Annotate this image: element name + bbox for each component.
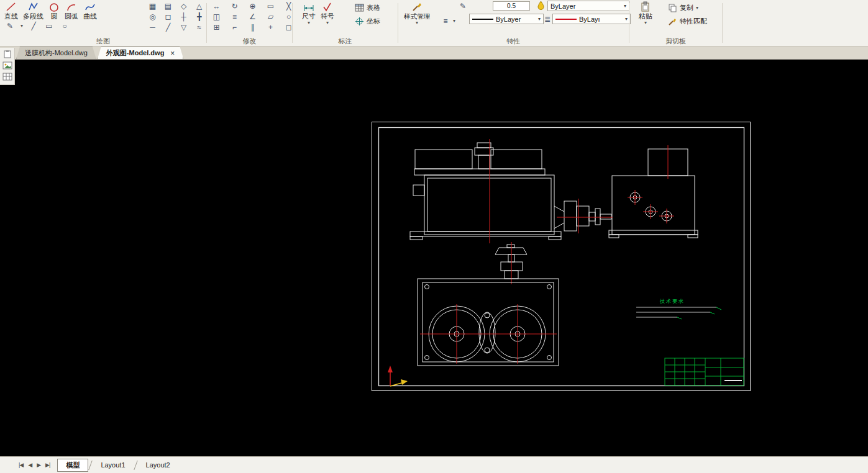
first-layout-button[interactable]: |◀ <box>16 461 25 469</box>
linecolor-sample <box>555 19 577 20</box>
construction-line-icon[interactable]: ╱ <box>29 21 39 31</box>
copy-button[interactable]: 复制 ▾ <box>668 3 698 12</box>
hatch-tool-icon[interactable]: ▦ <box>147 1 158 11</box>
dimension-dropdown-arrow[interactable]: ▾ <box>308 20 310 25</box>
rectangle-tool-icon[interactable]: ▭ <box>44 21 54 31</box>
paste-button[interactable]: 粘贴 ▾ <box>637 1 654 26</box>
linetype-select-arrow: ▾ <box>538 16 541 22</box>
move-tool-icon[interactable]: ↔ <box>211 1 222 11</box>
close-tab-icon[interactable]: × <box>170 49 175 58</box>
tab-separator <box>134 461 137 470</box>
drawing-canvas[interactable]: 技术要求 <box>0 60 868 456</box>
wedge-tool-icon[interactable]: ▽ <box>178 22 190 32</box>
arc-tool-button[interactable]: 圆弧 <box>63 1 80 21</box>
match-properties-icon <box>668 17 677 26</box>
symbol-dropdown-arrow[interactable]: ▾ <box>326 20 329 25</box>
pen-dropdown-arrow[interactable]: ▾ <box>21 24 23 29</box>
annotate-tools-row: 尺寸 ▾ 符号 ▾ <box>300 1 336 26</box>
ribbon-panel-draw: 直线 多段线 圆 圆弧 曲线 <box>0 0 206 47</box>
offset-tool-icon[interactable]: ⊕ <box>247 1 258 11</box>
table-tool-button[interactable]: 表格 <box>355 3 380 12</box>
extend-tool-icon[interactable]: ∥ <box>247 22 258 32</box>
doc-tab-waiguantu[interactable]: 外观图-Model.dwg × <box>98 47 184 59</box>
front-view-geometry <box>410 143 561 240</box>
line-tool-button[interactable]: 直线 <box>2 1 20 21</box>
annotate-panel-label: 标注 <box>293 37 398 46</box>
divide-tool-icon[interactable]: ┼ <box>178 12 190 22</box>
scale-tool-icon[interactable]: ▱ <box>265 12 276 22</box>
wave-tool-icon[interactable]: ≈ <box>193 22 205 32</box>
dimension-tool-button[interactable]: 尺寸 ▾ <box>300 1 318 26</box>
chamfer-tool-icon[interactable]: ∠ <box>247 12 258 22</box>
color-select[interactable]: ByLayer ▾ <box>547 1 629 11</box>
stretch-tool-icon[interactable]: ▭ <box>265 1 276 11</box>
style-manager-button[interactable]: 样式管理 ▾ <box>402 1 432 26</box>
point-tool-icon[interactable]: ○ <box>60 21 70 31</box>
ribbon-panel-properties: 样式管理 ▾ ≡ ▾ ✎ 0.5 ByLayer ▾ ByLayer ▾ ≣ <box>398 0 629 47</box>
linecolor-select[interactable]: ByLayı ▾ <box>552 14 631 24</box>
doc-tab-songmo[interactable]: 送膜机构-Model.dwg <box>16 47 96 59</box>
doc-tab-waiguantu-label: 外观图-Model.dwg <box>106 48 165 58</box>
xline-tool-icon[interactable]: ╱ <box>162 22 174 32</box>
array-tool-icon[interactable]: ≡ <box>229 12 240 22</box>
trim-tool-icon[interactable]: ⊞ <box>211 22 222 32</box>
layout-tabs: 模型 Layout1 Layout2 <box>57 459 178 471</box>
drawing-svg: 技术要求 <box>0 60 868 456</box>
palette-clipboard-icon[interactable] <box>2 50 13 59</box>
coordinate-tool-button[interactable]: 坐标 <box>355 17 380 26</box>
lineweight-pen-icon[interactable]: ✎ <box>458 1 468 11</box>
document-tab-bar: 送膜机构-Model.dwg 外观图-Model.dwg × <box>0 47 868 60</box>
copy-dropdown-arrow: ▾ <box>696 6 698 11</box>
style-manager-dropdown-arrow[interactable]: ▾ <box>416 20 418 25</box>
symbol-tool-button[interactable]: 符号 ▾ <box>319 1 336 26</box>
side-toolbar <box>0 48 15 85</box>
tab-model[interactable]: 模型 <box>57 459 88 472</box>
tech-requirements-ticks <box>677 307 721 319</box>
dimension-icon <box>303 1 314 12</box>
break-tool-icon[interactable]: ⌐ <box>229 22 240 32</box>
tech-requirements-text: 技术要求 <box>659 299 685 304</box>
paste-dropdown-arrow[interactable]: ▾ <box>644 20 647 25</box>
copy-label: 复制 <box>680 3 693 12</box>
last-layout-button[interactable]: ▶| <box>43 461 52 469</box>
polyline-icon <box>28 1 39 12</box>
ribbon-panel-clipboard: 粘贴 ▾ 复制 ▾ 特性匹配 剪切板 <box>629 0 722 47</box>
status-bar: |◀ ◀ ▶ ▶| 模型 Layout1 Layout2 <box>0 456 868 473</box>
layer-list-button[interactable]: ≡ ▾ <box>441 16 455 26</box>
ray-tool-icon[interactable]: ─ <box>147 22 158 32</box>
paste-icon <box>640 1 651 12</box>
region-tool-icon[interactable]: ▤ <box>162 1 174 11</box>
color-droplet-icon <box>536 1 546 10</box>
match-properties-button[interactable]: 特性匹配 <box>668 17 707 26</box>
polygon-tool-icon[interactable]: ◇ <box>178 1 190 11</box>
palette-grid-icon[interactable] <box>2 72 13 81</box>
tab-layout1[interactable]: Layout1 <box>93 460 133 470</box>
sketch-pen-icon[interactable]: ✎ <box>5 21 15 31</box>
block-tool-icon[interactable]: ◻ <box>162 12 174 22</box>
next-layout-button[interactable]: ▶ <box>34 461 43 469</box>
mirror-tool-icon[interactable]: ◫ <box>211 12 222 22</box>
line-icon <box>6 1 17 12</box>
ucs-icon <box>388 366 408 386</box>
donut-tool-icon[interactable]: ◎ <box>147 12 158 22</box>
linecolor-select-arrow: ▾ <box>625 16 628 22</box>
prev-layout-button[interactable]: ◀ <box>25 461 34 469</box>
circle-tool-button[interactable]: 圆 <box>47 1 62 21</box>
linetype-select[interactable]: ByLayer ▾ <box>469 14 544 24</box>
match-properties-label: 特性匹配 <box>680 17 707 26</box>
style-manager-row: 样式管理 ▾ <box>402 1 432 26</box>
tab-layout2[interactable]: Layout2 <box>138 460 178 470</box>
spline-tool-button[interactable]: 曲线 <box>81 1 99 21</box>
triangle-tool-icon[interactable]: △ <box>193 1 205 11</box>
style-manager-icon <box>411 1 423 12</box>
paste-row: 粘贴 ▾ <box>637 1 654 26</box>
grid-tool-icon[interactable]: ╋ <box>193 12 205 22</box>
polyline-tool-button[interactable]: 多段线 <box>21 1 45 21</box>
hamburger-icon: ≡ <box>441 16 450 26</box>
linetype-sample <box>472 19 493 20</box>
join-tool-icon[interactable]: + <box>265 22 276 32</box>
rotate-tool-icon[interactable]: ↻ <box>229 1 240 11</box>
palette-image-icon[interactable] <box>2 61 13 70</box>
lineweight-list-icon[interactable]: ≣ <box>542 14 552 24</box>
lineweight-box[interactable]: 0.5 <box>493 1 530 11</box>
